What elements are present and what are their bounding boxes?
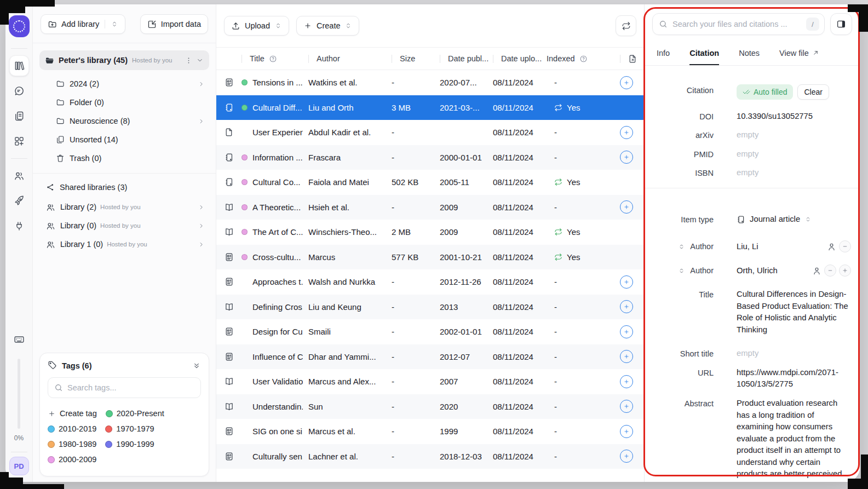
rail-rocket-button[interactable] — [9, 191, 29, 211]
tag-search-input[interactable] — [67, 383, 194, 392]
chevron-right-icon[interactable] — [198, 222, 205, 229]
rail-plug-button[interactable] — [9, 216, 29, 237]
chevron-right-icon[interactable] — [198, 118, 205, 125]
details-tab[interactable]: View file — [779, 42, 819, 65]
table-row[interactable]: User Validatio... Marcus and Alex... - 2… — [216, 369, 644, 394]
panel-toggle-button[interactable] — [830, 13, 852, 35]
add-file-button[interactable] — [620, 126, 633, 139]
collapse-icon[interactable] — [192, 361, 201, 370]
details-tab[interactable]: Info — [657, 42, 670, 65]
kebab-menu-icon[interactable] — [185, 56, 193, 65]
import-data-button[interactable]: Import data — [140, 14, 208, 34]
user-avatar[interactable]: PD — [9, 457, 29, 475]
drag-handle-icon[interactable] — [678, 267, 685, 274]
table-row[interactable]: Cultural Co... Faiola and Matei 502 KB 2… — [216, 170, 644, 195]
upload-button[interactable]: Upload — [224, 16, 289, 36]
column-remove[interactable] — [610, 48, 644, 70]
tag-chip[interactable]: 2000-2009 — [48, 455, 96, 464]
field-value[interactable]: empty — [737, 148, 860, 160]
short-title-value[interactable]: empty — [737, 348, 860, 359]
add-file-button[interactable] — [620, 76, 633, 89]
add-file-button[interactable] — [620, 375, 633, 388]
column-date-uploaded[interactable]: Date uplo... — [493, 48, 547, 70]
rail-keyboard-button[interactable] — [9, 329, 29, 350]
sidebar-folder-item[interactable]: Trash (0) — [39, 149, 209, 168]
table-row[interactable]: Design for Cu... Smaili - 2002-01-01 08/… — [216, 319, 644, 344]
app-logo[interactable] — [9, 15, 30, 37]
field-value[interactable]: 10.3390/su13052775 — [737, 111, 860, 122]
chevron-down-icon[interactable] — [196, 56, 204, 64]
column-author[interactable]: Author — [308, 48, 392, 70]
create-tag-button[interactable]: Create tag — [48, 409, 97, 418]
rail-notes-button[interactable] — [9, 106, 29, 126]
details-tab[interactable]: Notes — [739, 42, 760, 65]
chevrons-updown-icon[interactable] — [111, 20, 118, 28]
table-row[interactable]: Defining Cros... Liu and Keung - 2013 08… — [216, 295, 644, 320]
item-type-select[interactable]: Journal article — [737, 214, 860, 225]
rail-chat-button[interactable] — [9, 80, 29, 101]
table-row[interactable]: Approaches t... Walsh and Nurkka - 2012-… — [216, 269, 644, 295]
clear-citation-button[interactable]: Clear — [797, 84, 829, 100]
add-file-button[interactable] — [620, 450, 633, 463]
shared-library-item[interactable]: Library (0) Hosted by you — [39, 216, 209, 235]
sync-button[interactable] — [616, 15, 636, 36]
drag-handle-icon[interactable] — [678, 243, 685, 250]
add-file-button[interactable] — [620, 300, 633, 313]
person-icon[interactable] — [812, 266, 821, 275]
add-author-button[interactable] — [839, 264, 851, 277]
add-file-button[interactable] — [620, 200, 633, 214]
create-button[interactable]: Create — [296, 16, 360, 36]
help-icon[interactable] — [269, 55, 277, 63]
abstract-value[interactable]: Product evaluation research has a long t… — [737, 398, 860, 480]
column-size[interactable]: Size — [392, 48, 440, 70]
field-value[interactable]: empty — [737, 167, 860, 179]
table-row[interactable]: Cultural Diff... Liu and Orth 3 MB 2021-… — [216, 95, 644, 120]
author-name[interactable]: Liu, Li — [737, 241, 758, 252]
rail-apps-button[interactable] — [9, 131, 29, 152]
add-file-button[interactable] — [620, 350, 633, 363]
shared-library-item[interactable]: Library 1 (0) Hosted by you — [39, 235, 209, 254]
table-row[interactable]: Information ... Frascara - 2000-01-01 08… — [216, 145, 644, 170]
rail-library-button[interactable] — [9, 55, 29, 76]
add-file-button[interactable] — [620, 325, 633, 338]
chevron-right-icon[interactable] — [198, 80, 205, 88]
title-value[interactable]: Cultural Differences in Design-Based Pro… — [737, 289, 860, 336]
table-row[interactable]: Culturally sen... Lachner et al. - 2018-… — [216, 444, 644, 469]
table-row[interactable]: SIG on one si... Marcus et al. - 1999 08… — [216, 419, 644, 444]
url-value[interactable]: https://www.mdpi.com/2071-1050/13/5/2775 — [737, 367, 860, 390]
table-row[interactable]: The Art of C... Winschiers-Theo... 2 MB … — [216, 220, 644, 245]
add-file-button[interactable] — [620, 151, 633, 164]
person-icon[interactable] — [827, 242, 836, 251]
add-file-button[interactable] — [620, 400, 633, 413]
field-value[interactable]: empty — [737, 129, 860, 141]
remove-author-button[interactable] — [839, 240, 851, 252]
table-row[interactable]: A Theoretic... Hsieh et al. - 2009 08/11… — [216, 195, 644, 220]
column-date-published[interactable]: Date publ... — [440, 48, 493, 70]
table-row[interactable]: Cross-cultu... Marcus 577 KB 2001-10-21 … — [216, 245, 644, 270]
rail-people-button[interactable] — [9, 165, 29, 186]
sidebar-folder-item[interactable]: Neuroscience (8) — [39, 112, 209, 130]
table-row[interactable]: Understandin... Sun - 2020 08/11/2024 - — [216, 394, 644, 419]
tag-chip[interactable]: 2010-2019 — [48, 424, 96, 433]
sidebar-folder-item[interactable]: Unsorted (14) — [39, 130, 209, 149]
remove-author-button[interactable] — [824, 264, 836, 277]
sidebar-folder-item[interactable]: Folder (0) — [39, 93, 209, 112]
table-row[interactable]: Influence of C... Dhar and Yammi... - 20… — [216, 344, 644, 370]
citation-search-input[interactable] — [672, 20, 801, 28]
shared-libraries-header[interactable]: Shared libraries (3) — [39, 177, 209, 198]
table-row[interactable]: User Experien... Abdul Kadir et al. - 08… — [216, 120, 644, 145]
column-title[interactable]: Title — [242, 48, 308, 70]
column-indexed[interactable]: Indexed — [547, 48, 610, 70]
author-name[interactable]: Orth, Ulrich — [737, 265, 778, 277]
add-file-button[interactable] — [620, 425, 633, 438]
sidebar-folder-item[interactable]: 2024 (2) — [39, 74, 209, 93]
table-row[interactable]: Tensions in ... Watkins et al. - 2020-07… — [216, 70, 644, 95]
tag-chip[interactable]: 1970-1979 — [105, 424, 154, 433]
add-file-button[interactable] — [620, 275, 633, 289]
details-tab[interactable]: Citation — [689, 42, 719, 65]
shared-library-item[interactable]: Library (2) Hosted by you — [39, 198, 209, 216]
chevron-right-icon[interactable] — [198, 204, 205, 211]
chevron-right-icon[interactable] — [198, 241, 205, 248]
add-library-button[interactable]: Add library — [41, 14, 125, 34]
tag-chip[interactable]: 1990-1999 — [105, 440, 154, 448]
